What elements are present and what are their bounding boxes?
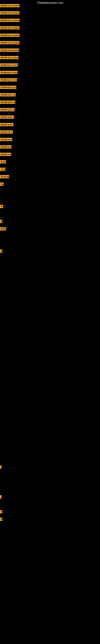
bottleneck-result-label: Bottleneck result bbox=[0, 19, 19, 22]
bottleneck-result-label: Bottleneck r bbox=[0, 145, 12, 148]
bottleneck-result-label: Bo bbox=[0, 205, 3, 208]
bottleneck-result-label: R bbox=[0, 510, 2, 514]
bottleneck-result-label: Bottleneck result bbox=[0, 71, 18, 74]
bottleneck-result-label: Bottleneck result bbox=[0, 4, 19, 7]
bottleneck-result-label: B bbox=[0, 518, 2, 521]
bottleneck-result-label: Bottleneck result bbox=[0, 86, 16, 89]
bottleneck-result-label: Bottleneck result bbox=[0, 34, 19, 37]
bottleneck-result-label: Bottl bbox=[0, 227, 6, 230]
bottleneck-result-label: Bott bbox=[0, 168, 5, 171]
bottleneck-result-label: Bottl bbox=[0, 160, 6, 164]
bottleneck-result-label: Bottleneck result bbox=[0, 64, 18, 66]
bottleneck-result-label: Bottleneck result bbox=[0, 123, 13, 126]
bottleneck-result-label: Bottleneck result bbox=[0, 41, 19, 44]
bottleneck-result-label: Bo bbox=[0, 182, 3, 186]
bottleneck-result-label: B bbox=[0, 250, 2, 253]
bottleneck-result-label: Bottleneck result bbox=[0, 11, 19, 14]
bottleneck-result-label: Bottleneck result bbox=[0, 26, 19, 30]
bottleneck-result-label: Bottleneck result bbox=[0, 93, 16, 96]
bottleneck-result-label: Bottleneck re bbox=[0, 138, 12, 141]
bottleneck-result-label: Bottleneck bbox=[0, 153, 11, 156]
bottleneck-result-label: Bottlene bbox=[0, 175, 9, 178]
bottleneck-result-label: Bottleneck result bbox=[0, 116, 14, 119]
bottleneck-result-label: Bottleneck result bbox=[0, 48, 19, 52]
bottleneck-result-label: B bbox=[0, 220, 2, 223]
bottleneck-result-label: Bottleneck result bbox=[0, 100, 15, 104]
bottleneck-result-label: Bottleneck result bbox=[0, 78, 17, 82]
bottleneck-result-label: | bbox=[0, 466, 1, 469]
bottleneck-result-label: | bbox=[0, 495, 1, 498]
bottleneck-result-label: Bottleneck result bbox=[0, 108, 15, 111]
bottleneck-result-label: Bottleneck res bbox=[0, 130, 13, 134]
bottleneck-result-label: Bottleneck result bbox=[0, 56, 19, 59]
